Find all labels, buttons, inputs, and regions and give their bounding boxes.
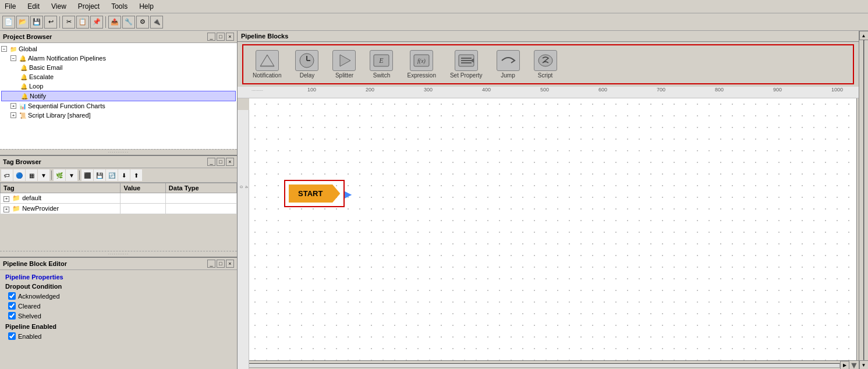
- block-tool-expression[interactable]: f(x) Expression: [402, 48, 440, 81]
- canvas-main[interactable]: START ▶: [249, 98, 859, 360]
- enabled-checkbox[interactable]: [8, 332, 16, 340]
- project-browser-close[interactable]: ×: [226, 33, 234, 41]
- switch-label: Switch: [373, 72, 390, 79]
- project-browser-minimize[interactable]: _: [207, 33, 215, 41]
- acknowledged-checkbox[interactable]: [8, 292, 16, 300]
- tag-cell-newprovider: + 📁 NewProvider: [1, 204, 121, 214]
- block-tool-notification[interactable]: Notification: [248, 48, 286, 81]
- tag-row-newprovider[interactable]: + 📁 NewProvider: [1, 204, 237, 214]
- jump-icon: [497, 50, 520, 71]
- notification-icon: [256, 50, 279, 71]
- block-tool-set-property[interactable]: Set Property: [445, 48, 487, 81]
- scroll-right-button[interactable]: ▶: [840, 361, 849, 370]
- tag-browser-float[interactable]: □: [217, 158, 225, 166]
- right-scroll-indicator: [856, 98, 859, 360]
- project-browser-float[interactable]: □: [217, 33, 225, 41]
- panel-resize-2[interactable]: ···········: [0, 251, 237, 257]
- block-tool-delay[interactable]: Delay: [290, 48, 323, 81]
- ruler-top: ········· 100 200 300 400 500 600 700 80…: [238, 87, 859, 98]
- tag-row-default[interactable]: + 📁 default: [1, 193, 237, 204]
- block-editor-minimize[interactable]: _: [207, 260, 215, 268]
- tag-btn-8[interactable]: 🔃: [106, 169, 118, 181]
- expand-newprovider[interactable]: +: [3, 207, 9, 212]
- tree-label-sfc: Sequential Function Charts: [28, 102, 105, 109]
- block-editor-close[interactable]: ×: [226, 260, 234, 268]
- shelved-label: Shelved: [18, 313, 41, 320]
- block-tool-script[interactable]: Script: [529, 48, 562, 81]
- start-block[interactable]: START ▶: [284, 180, 345, 207]
- expand-default[interactable]: +: [3, 196, 9, 202]
- new-button[interactable]: 📄: [2, 16, 15, 29]
- shelved-checkbox[interactable]: [8, 312, 16, 320]
- tag-browser-minimize[interactable]: _: [207, 158, 215, 166]
- scroll-track[interactable]: [247, 363, 840, 368]
- block-editor-float[interactable]: □: [217, 260, 225, 268]
- undo-button[interactable]: ↩: [44, 16, 57, 29]
- paste-button[interactable]: 📌: [90, 16, 103, 29]
- checkbox-acknowledged: Acknowledged: [2, 291, 235, 301]
- tag-btn-9[interactable]: ⬇: [118, 169, 130, 181]
- tag-col-value: Value: [121, 183, 165, 193]
- panel-resize-1[interactable]: ···········: [0, 149, 237, 155]
- tag-btn-2[interactable]: 🔵: [13, 169, 25, 181]
- tree-item-sfc[interactable]: + 📊 Sequential Function Charts: [1, 101, 236, 111]
- pipeline-icon-basic: 🔔: [20, 63, 28, 72]
- scroll-up-button[interactable]: ▲: [859, 31, 869, 40]
- tree-label-basic-email: Basic Email: [29, 64, 62, 71]
- block-tool-jump[interactable]: Jump: [492, 48, 525, 81]
- tag-btn-5[interactable]: ▼: [66, 169, 77, 181]
- tag-btn-3[interactable]: ▦: [26, 169, 37, 181]
- sfc-icon: 📊: [19, 102, 27, 110]
- tag-btn-10[interactable]: ⬆: [130, 169, 142, 181]
- tree-item-basic-email[interactable]: 🔔 Basic Email: [1, 63, 236, 72]
- menu-project[interactable]: Project: [76, 1, 102, 12]
- tool2-button[interactable]: ⚙: [136, 16, 149, 29]
- tag-dropdown-btn[interactable]: ▼: [38, 169, 49, 181]
- expression-icon: f(x): [410, 50, 433, 71]
- publish-button[interactable]: 📤: [108, 16, 121, 29]
- pipeline-blocks-title: Pipeline Blocks: [241, 33, 288, 40]
- resize-handle-2[interactable]: ···········: [0, 251, 237, 257]
- block-tool-splitter[interactable]: Splitter: [328, 48, 360, 81]
- menu-edit[interactable]: Edit: [25, 1, 42, 12]
- tree-item-global[interactable]: − 📁 Global: [1, 44, 236, 54]
- delay-icon: [295, 50, 318, 71]
- menu-tools[interactable]: Tools: [109, 1, 130, 12]
- script-icon: [534, 50, 557, 71]
- tree-item-loop[interactable]: 🔔 Loop: [1, 81, 236, 91]
- scroll-down-button[interactable]: ▼: [859, 360, 869, 369]
- expand-alarm[interactable]: −: [10, 55, 16, 61]
- tag-browser: Tag Browser _ □ × 🏷 🔵 ▦ ▼ 🌿 ▼ ⬛ 💾 🔃: [0, 156, 237, 258]
- copy-button[interactable]: 📋: [76, 16, 89, 29]
- menu-view[interactable]: View: [49, 1, 69, 12]
- menu-help[interactable]: Help: [137, 1, 156, 12]
- right-scroll-track[interactable]: [863, 40, 865, 360]
- open-button[interactable]: 📂: [16, 16, 29, 29]
- main-content: Project Browser _ □ × − 📁 Global − 🔔: [0, 31, 868, 369]
- tag-btn-1[interactable]: 🏷: [1, 169, 13, 181]
- menu-file[interactable]: File: [2, 1, 18, 12]
- tool1-button[interactable]: 🔧: [122, 16, 135, 29]
- cleared-checkbox[interactable]: [8, 302, 16, 310]
- cut-button[interactable]: ✂: [62, 16, 75, 29]
- tree-item-script-library[interactable]: + 📜 Script Library [shared]: [1, 111, 236, 120]
- save-button[interactable]: 💾: [30, 16, 43, 29]
- resize-handle-1[interactable]: ···········: [0, 150, 237, 155]
- tag-browser-close[interactable]: ×: [226, 158, 234, 166]
- tag-btn-7[interactable]: 💾: [94, 169, 105, 181]
- bottom-scrollbar: ◀ ▶ ▼: [238, 360, 859, 369]
- pipeline-blocks-toolbar: Notification Delay Split: [242, 44, 854, 84]
- tree-item-alarm-pipelines[interactable]: − 🔔 Alarm Notification Pipelines: [1, 54, 236, 63]
- tool3-button[interactable]: 🔌: [150, 16, 163, 29]
- expand-sfc[interactable]: +: [10, 103, 16, 109]
- project-browser-header: Project Browser _ □ ×: [0, 31, 237, 43]
- tree-item-notify[interactable]: 🔔 Notify: [1, 91, 236, 101]
- block-tool-switch[interactable]: E Switch: [365, 48, 398, 81]
- tag-btn-4[interactable]: 🌿: [54, 169, 65, 181]
- expand-global[interactable]: −: [1, 46, 7, 52]
- svg-marker-5: [340, 55, 350, 66]
- tag-btn-6[interactable]: ⬛: [82, 169, 93, 181]
- expand-script[interactable]: +: [10, 112, 16, 118]
- tree-item-escalate[interactable]: 🔔 Escalate: [1, 72, 236, 81]
- tree-label-notify: Notify: [30, 93, 46, 100]
